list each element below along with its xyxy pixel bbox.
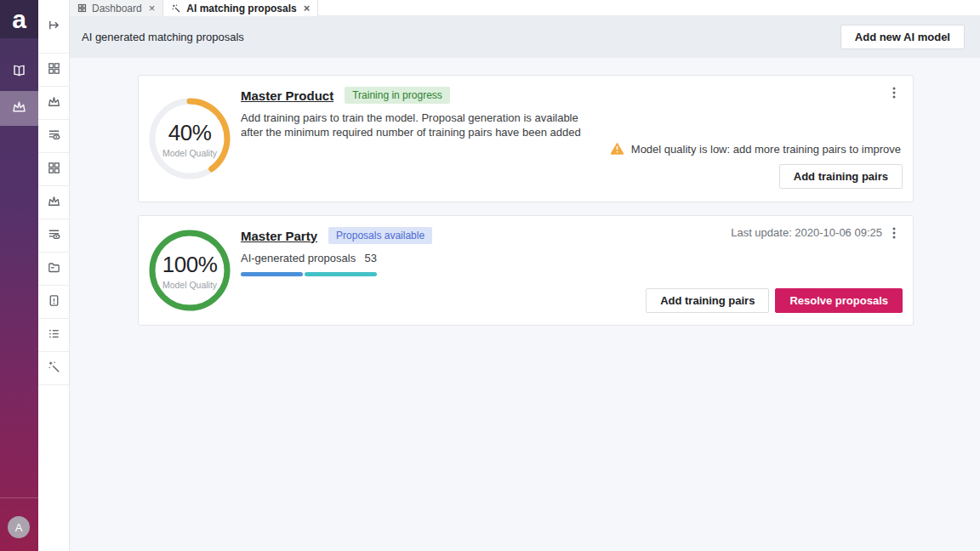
proposals-summary: AI-generated proposals 53: [241, 252, 377, 276]
app-logo[interactable]: a: [0, 0, 38, 38]
sidebar-item-mastering-1[interactable]: [38, 87, 69, 120]
dashboard-grid-icon: [77, 3, 87, 13]
add-new-ai-model-button[interactable]: Add new AI model: [840, 25, 965, 49]
model-description: Add training pairs to train the model. P…: [241, 111, 594, 139]
last-update-text: Last update: 2020-10-06 09:25: [731, 226, 882, 239]
model-card-master-product: 40% Model Quality Master Product Trainin…: [138, 75, 914, 202]
records-eye-icon: [47, 227, 61, 245]
add-training-pairs-button[interactable]: Add training pairs: [779, 164, 903, 189]
logo-letter: a: [12, 7, 26, 32]
tab-label: Dashboard: [92, 3, 142, 14]
secondary-sidebar: [38, 0, 70, 551]
tab-bar: Dashboard × AI matching proposals ×: [70, 0, 980, 16]
proposals-count: 53: [365, 252, 377, 264]
status-badge: Training in progress: [345, 87, 450, 104]
sidebar-item-issues[interactable]: [38, 286, 69, 319]
page-header: AI generated matching proposals Add new …: [70, 16, 980, 58]
tab-ai-matching-proposals[interactable]: AI matching proposals ×: [163, 0, 318, 16]
add-training-pairs-button[interactable]: Add training pairs: [646, 288, 769, 313]
model-quality-gauge: 40% Model Quality: [139, 98, 241, 179]
app-window: a A: [0, 0, 980, 551]
sidebar-item-records-view-2[interactable]: [38, 219, 69, 253]
card-menu-button[interactable]: [887, 86, 901, 99]
sidebar-item-knowledge[interactable]: [0, 54, 38, 91]
sidebar-item-folder[interactable]: [38, 253, 69, 286]
tab-label: AI matching proposals: [186, 3, 296, 14]
card-menu-button[interactable]: [887, 226, 901, 240]
list-icon: [47, 327, 61, 344]
book-icon: [11, 63, 27, 82]
main-content: 40% Model Quality Master Product Trainin…: [70, 58, 980, 551]
primary-sidebar: a A: [0, 0, 38, 551]
model-title-link[interactable]: Master Party: [241, 229, 317, 243]
close-icon[interactable]: ×: [304, 3, 311, 14]
sidebar-item-mastering-active[interactable]: [0, 91, 38, 126]
proposals-progress-bar: [241, 272, 377, 276]
sidebar-item-mastering-2[interactable]: [38, 186, 69, 219]
tab-dashboard[interactable]: Dashboard ×: [70, 0, 163, 16]
sidebar-item-records-view-1[interactable]: [38, 120, 69, 153]
sidebar-item-dashboard-2[interactable]: [38, 153, 69, 186]
dashboard-grid-icon: [47, 161, 61, 179]
dashboard-grid-icon: [47, 61, 61, 79]
page-title: AI generated matching proposals: [82, 31, 244, 43]
sidebar-item-dashboard[interactable]: [38, 54, 69, 87]
proposals-label: AI-generated proposals: [241, 252, 356, 264]
expand-arrow-icon: [47, 18, 61, 36]
sidebar-divider: [0, 497, 38, 498]
crown-icon: [47, 194, 61, 212]
model-card-master-party: 100% Model Quality Master Party Proposal…: [138, 215, 914, 326]
model-quality-gauge: 100% Model Quality: [139, 230, 241, 311]
crown-icon: [47, 94, 61, 112]
records-eye-icon: [47, 128, 61, 145]
doc-alert-icon: [47, 293, 61, 311]
sidebar-item-list[interactable]: [38, 319, 69, 352]
sidebar-expand-button[interactable]: [38, 0, 69, 54]
crown-icon: [11, 99, 27, 118]
magic-wand-icon: [171, 3, 181, 14]
magic-wand-icon: [47, 360, 61, 378]
model-title-link[interactable]: Master Product: [241, 88, 333, 103]
folder-icon: [47, 260, 61, 278]
resolve-proposals-button[interactable]: Resolve proposals: [775, 288, 903, 313]
sidebar-item-ai-matching[interactable]: [38, 352, 69, 385]
close-icon[interactable]: ×: [149, 3, 156, 14]
user-avatar[interactable]: A: [8, 516, 30, 538]
warning-text: Model quality is low: add more training …: [631, 143, 901, 156]
status-badge: Proposals available: [328, 227, 432, 244]
warning-icon: [610, 141, 624, 157]
avatar-letter: A: [15, 521, 23, 534]
quality-warning: Model quality is low: add more training …: [610, 141, 901, 157]
